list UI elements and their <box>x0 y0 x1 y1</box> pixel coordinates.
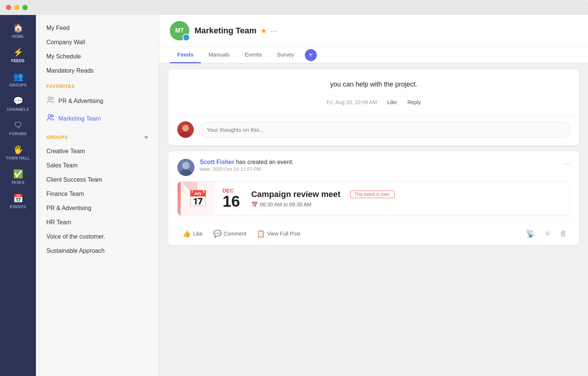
tab-add-button[interactable]: + <box>305 49 317 61</box>
add-group-button[interactable]: + <box>144 133 148 141</box>
nav-group-finance-team[interactable]: Finance Team <box>36 187 159 201</box>
nav-item-company-wall[interactable]: Company Wall <box>36 35 159 49</box>
nav-item-my-schedule[interactable]: My Schedule <box>36 49 159 64</box>
post-like-button[interactable]: Like <box>388 99 397 105</box>
svg-point-3 <box>51 115 53 117</box>
event-over-badge: This event is over. <box>350 191 395 198</box>
group-active-icon <box>46 113 55 124</box>
tab-manuals[interactable]: Manuals <box>201 47 237 63</box>
nav-group-voice-of-customer[interactable]: Voice of the customer. <box>36 230 159 244</box>
sidebar-item-townhall-label: TOWN HALL <box>6 156 30 160</box>
sidebar-item-channels-label: CHANNELS <box>7 107 29 112</box>
sidebar-item-townhall[interactable]: 🖐 TOWN HALL <box>0 140 36 165</box>
event-card: 📅 DEC 16 Campaign review meet This event… <box>177 181 570 216</box>
calendar-icon: 📅 <box>188 189 208 208</box>
post-reply-button[interactable]: Reply <box>407 99 421 105</box>
sidebar-item-groups[interactable]: 👥 GROUPS <box>0 67 36 92</box>
channel-title: Marketing Team <box>195 26 257 36</box>
main-content: MT 🌐 Marketing Team ★ ··· Feeds Manuals … <box>159 15 588 376</box>
nav-group-client-success-team[interactable]: Client Success Team <box>36 173 159 187</box>
nav-group-creative-team[interactable]: Creative Team <box>36 144 159 158</box>
townhall-icon: 🖐 <box>13 145 23 155</box>
bookmark-icon-button[interactable]: 🗑 <box>557 228 570 240</box>
tab-feeds[interactable]: Feeds <box>170 47 201 63</box>
share-icon-button[interactable]: ✳ <box>541 228 554 240</box>
sidebar-item-forums[interactable]: 🗨 FORUMS <box>0 116 36 140</box>
event-date-info: DEC 16 <box>215 182 248 215</box>
svg-point-1 <box>51 97 53 100</box>
nav-group-hr-team[interactable]: HR Team <box>36 215 159 230</box>
like-icon: 👍 <box>183 230 191 238</box>
titlebar-maximize-btn[interactable] <box>22 5 28 10</box>
partial-post-card: you can help with the project. Fri, Aug … <box>168 69 579 145</box>
sidebar-item-tasks-label: TASKS <box>11 181 25 185</box>
sidebar-item-home[interactable]: 🏠 HOME <box>0 19 36 43</box>
sidebar-item-channels[interactable]: 💬 CHANNELS <box>0 92 36 116</box>
tab-events[interactable]: Events <box>237 47 269 63</box>
partial-post-text: you can help with the project. <box>177 77 570 96</box>
view-full-post-button[interactable]: 📋 View Full Post <box>251 227 305 240</box>
poster-name: Scott Fisher <box>200 159 234 165</box>
view-full-post-icon: 📋 <box>257 230 265 238</box>
poster-info: Scott Fisher has created an event. Wed, … <box>200 159 558 172</box>
nav-favorite-pr-advertising[interactable]: PR & Advertising <box>36 92 159 110</box>
calendar-small-icon: 📅 <box>251 201 258 207</box>
nav-favorite-pr-label: PR & Advertising <box>58 98 103 104</box>
forums-icon: 🗨 <box>14 121 22 130</box>
comment-button[interactable]: 💬 Comment <box>208 227 252 240</box>
post-meta: Fri, Aug 20, 10:09 AM · Like · Reply <box>177 96 570 108</box>
poster-timestamp: Wed, 2020 Oct 14 11:07 PM <box>200 166 558 172</box>
sidebar-item-groups-label: GROUPS <box>9 83 27 87</box>
sidebar-item-events-label: EVENTS <box>10 205 26 209</box>
broadcast-icon-button[interactable]: 📡 <box>523 228 538 240</box>
poster-name-line: Scott Fisher has created an event. <box>200 159 558 166</box>
like-button[interactable]: 👍 Like <box>177 227 208 240</box>
channel-options-button[interactable]: ··· <box>271 27 277 35</box>
post-timestamp: Fri, Aug 20, 10:09 AM <box>327 99 377 105</box>
comment-area <box>168 116 579 145</box>
sidebar-icons: 🏠 HOME ⚡ FEEDS 👥 GROUPS 💬 CHANNELS 🗨 FOR… <box>0 15 36 376</box>
nav-favorite-marketing-label: Marketing Team <box>58 115 101 122</box>
post-actions-bar: 👍 Like 💬 Comment 📋 View Full Post 📡 ✳ <box>168 222 579 245</box>
nav-item-my-feed[interactable]: My Feed <box>36 21 159 35</box>
sidebar-item-events[interactable]: 📅 EVENTS <box>0 189 36 213</box>
comment-input[interactable] <box>199 122 570 138</box>
nav-group-sustainable-approach[interactable]: Sustainable Approach <box>36 244 159 258</box>
tasks-icon: ✅ <box>13 169 23 179</box>
titlebar-close-btn[interactable] <box>6 5 11 10</box>
sidebar-item-feeds[interactable]: ⚡ FEEDS <box>0 43 36 67</box>
nav-group-sales-team[interactable]: Sales Team <box>36 158 159 173</box>
nav-group-pr-advertising[interactable]: PR & Advertising <box>36 201 159 215</box>
event-time-range: 08:30 AM to 09:30 AM <box>260 201 312 207</box>
channel-title-area: Marketing Team ★ ··· <box>195 26 578 36</box>
home-icon: 🏠 <box>13 23 23 33</box>
event-card-left: 📅 <box>181 182 215 215</box>
sidebar-item-tasks[interactable]: ✅ TASKS <box>0 165 36 189</box>
event-time: 📅 08:30 AM to 09:30 AM <box>251 201 566 207</box>
meta-dot-2: · <box>401 99 403 105</box>
nav-favorite-marketing-team[interactable]: Marketing Team <box>36 110 159 127</box>
partial-post-body: you can help with the project. Fri, Aug … <box>168 69 579 116</box>
svg-point-5 <box>182 125 189 131</box>
post-action-right: 📡 ✳ 🗑 <box>523 228 570 240</box>
favorites-section-header: FAVORITES <box>36 78 159 92</box>
svg-point-2 <box>48 115 51 117</box>
like-label: Like <box>193 231 203 237</box>
event-day: 16 <box>223 194 240 209</box>
titlebar-minimize-btn[interactable] <box>14 5 19 10</box>
tab-survey[interactable]: Survey <box>269 47 302 63</box>
post-options-button[interactable]: ··· <box>564 159 570 167</box>
svg-point-0 <box>48 97 51 100</box>
feed-area: you can help with the project. Fri, Aug … <box>159 63 588 376</box>
commenter-avatar <box>177 121 194 138</box>
sidebar-item-forums-label: FORUMS <box>9 132 27 136</box>
nav-item-mandatory-reads[interactable]: Mandatory Reads <box>36 64 159 78</box>
star-icon[interactable]: ★ <box>260 26 267 35</box>
comment-icon: 💬 <box>213 230 221 238</box>
sidebar-nav: My Feed Company Wall My Schedule Mandato… <box>36 15 159 376</box>
event-post-header: Scott Fisher has created an event. Wed, … <box>168 151 579 181</box>
channel-header: MT 🌐 Marketing Team ★ ··· <box>159 15 588 47</box>
group-icon <box>46 96 55 106</box>
channels-icon: 💬 <box>13 96 23 106</box>
svg-point-8 <box>182 162 190 169</box>
